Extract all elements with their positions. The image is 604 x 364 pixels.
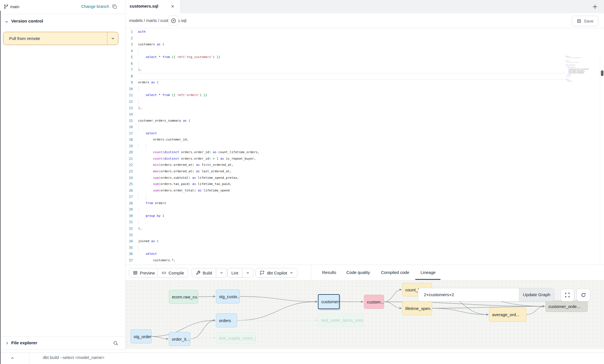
code-line: 8 xyxy=(125,73,604,80)
fullscreen-icon[interactable] xyxy=(561,289,574,302)
copy-icon[interactable] xyxy=(112,4,117,9)
lineage-node-ecom_raw[interactable]: ecom.raw_cu... xyxy=(169,290,198,304)
copilot-compass-icon[interactable] xyxy=(168,15,178,26)
pull-from-remote-button[interactable]: Pull from remote xyxy=(3,32,118,45)
lint-button[interactable]: Lint xyxy=(227,268,242,277)
editor-actionbar: Preview Compile Build xyxy=(125,265,604,280)
git-branch-icon xyxy=(4,4,8,9)
minimap[interactable]: 1with23customers as (45 select * from {{… xyxy=(565,55,590,98)
chevron-down-icon[interactable] xyxy=(107,36,118,41)
lineage-node-customer_orders[interactable]: customer_orde... xyxy=(545,301,588,312)
lineage-node-customers[interactable]: customers xyxy=(318,294,340,309)
lineage-node-order_items[interactable]: order_it... xyxy=(169,332,190,346)
code-line: 20 count(distinct orders.order_id) as co… xyxy=(125,149,604,156)
code-line: 9orders as ( xyxy=(125,79,604,86)
code-line: 34joined as ( xyxy=(125,238,604,245)
pull-from-remote-label: Pull from remote xyxy=(3,36,107,41)
code-line: 28 from orders xyxy=(125,200,604,207)
statusbar-divider xyxy=(29,353,29,364)
code-line: 13), xyxy=(125,105,604,111)
code-line: 37 customers.*, xyxy=(125,257,604,264)
code-editor[interactable]: 1with23customers as (45 select * from {{… xyxy=(125,28,604,265)
code-line: 15customer_orders_summary as ( xyxy=(125,118,604,124)
lineage-node-average_order[interactable]: average_ord... xyxy=(489,307,526,322)
close-icon[interactable] xyxy=(171,4,175,8)
dbt-command-input[interactable] xyxy=(43,355,240,360)
lint-split-button: Lint xyxy=(227,268,253,278)
lineage-node-lifetime_spend[interactable]: lifetime_spen... xyxy=(402,301,432,315)
breadcrumb-row: models / marts / customers.sql Save xyxy=(125,13,604,28)
chat-plus-icon xyxy=(260,270,265,275)
lineage-node-orders[interactable]: orders xyxy=(216,313,237,327)
lineage-panel[interactable]: ecom.raw_cu...stg_custo...ordersstg_orde… xyxy=(125,280,604,349)
save-button[interactable]: Save xyxy=(572,16,598,26)
search-icon[interactable] xyxy=(113,341,118,346)
lineage-node-stg_orders[interactable]: stg_orders xyxy=(130,329,152,343)
tab-lineage[interactable]: Lineage xyxy=(421,265,435,280)
chevron-up-icon[interactable] xyxy=(10,356,15,360)
chevron-down-icon xyxy=(5,20,9,24)
code-line: 17 select xyxy=(125,130,604,137)
preview-button[interactable]: Preview xyxy=(129,268,159,278)
compile-label: Compile xyxy=(169,271,184,275)
version-control-label: Version control xyxy=(11,19,43,24)
editor-scrollbar[interactable] xyxy=(600,56,604,293)
change-branch-link[interactable]: Change branch xyxy=(81,4,109,9)
lint-label: Lint xyxy=(231,271,238,275)
code-line: 4 xyxy=(125,48,604,54)
build-button[interactable]: Build xyxy=(192,268,216,277)
chevron-down-icon[interactable] xyxy=(216,268,227,277)
update-graph-button[interactable]: Update Graph xyxy=(519,288,554,301)
lineage-node-test_supply[interactable]: test_supply_costs_s... xyxy=(216,332,256,344)
chevron-right-icon xyxy=(5,341,9,345)
compile-button[interactable]: Compile xyxy=(157,268,188,278)
code-line: 3customers as ( xyxy=(125,41,604,48)
lineage-node-test_order_items[interactable]: test_order_items_com... xyxy=(318,313,364,327)
status-bar: Defer to staging/production ? Ready ••• xyxy=(0,352,604,364)
chevron-down-icon[interactable] xyxy=(242,268,253,277)
active-tab-underline xyxy=(415,279,441,280)
code-line: 32), xyxy=(125,225,604,232)
version-control-header[interactable]: Version control xyxy=(0,18,125,26)
code-icon xyxy=(161,271,166,275)
code-line: 33 xyxy=(125,232,604,238)
refresh-icon[interactable] xyxy=(577,289,590,302)
dbt-copilot-button[interactable]: dbt Copilot xyxy=(255,268,298,278)
tab-code-quality[interactable]: Code quality xyxy=(346,265,370,280)
tab-results[interactable]: Results xyxy=(322,265,336,280)
code-lines: 1with23customers as (45 select * from {{… xyxy=(125,29,604,263)
code-line: 2 xyxy=(125,35,604,42)
branch-name: main xyxy=(10,4,19,9)
code-line: 1with xyxy=(125,29,604,35)
new-tab-button[interactable] xyxy=(591,3,599,11)
lineage-node-stg_customers[interactable]: stg_custo... xyxy=(216,289,240,303)
build-label: Build xyxy=(203,271,212,275)
code-line: 16 xyxy=(125,124,604,130)
tab-customers-sql[interactable]: customers.sql xyxy=(125,0,180,13)
code-line: 27 xyxy=(125,194,604,200)
code-line: 6 xyxy=(125,61,604,67)
build-split-button: Build xyxy=(192,268,227,278)
button-divider xyxy=(107,32,108,45)
code-line: 31 xyxy=(125,219,604,225)
code-line: 12 xyxy=(125,99,604,105)
tab-compiled-code[interactable]: Compiled code xyxy=(381,265,409,280)
file-explorer-header[interactable]: File explorer xyxy=(0,336,125,350)
code-line: 36 select xyxy=(125,251,604,257)
main-panel: customers.sql models / marts / customers… xyxy=(125,0,604,352)
code-line: 25 sum(orders.tax_paid) as lifetime_tax_… xyxy=(125,181,604,187)
wrench-icon xyxy=(196,271,200,275)
code-line: 24 sum(orders.subtotal) as lifetime_spen… xyxy=(125,175,604,181)
sidebar: main Change branch Version control Pull … xyxy=(0,0,125,352)
scrollbar-thumb[interactable] xyxy=(601,70,603,76)
preview-label: Preview xyxy=(140,271,155,275)
code-line: 35 xyxy=(125,245,604,251)
dbt-ide-window: main Change branch Version control Pull … xyxy=(0,0,604,364)
lineage-search-input[interactable] xyxy=(418,288,519,301)
code-line: 5 select * from {{ ref('stg_customers') … xyxy=(125,54,604,61)
save-icon xyxy=(577,19,581,23)
table-icon xyxy=(133,271,138,275)
lineage-node-customer_pink[interactable]: custom... xyxy=(364,295,384,309)
editor-tabstrip: customers.sql xyxy=(125,0,604,13)
lineage-search-group: Update Graph xyxy=(418,288,554,302)
